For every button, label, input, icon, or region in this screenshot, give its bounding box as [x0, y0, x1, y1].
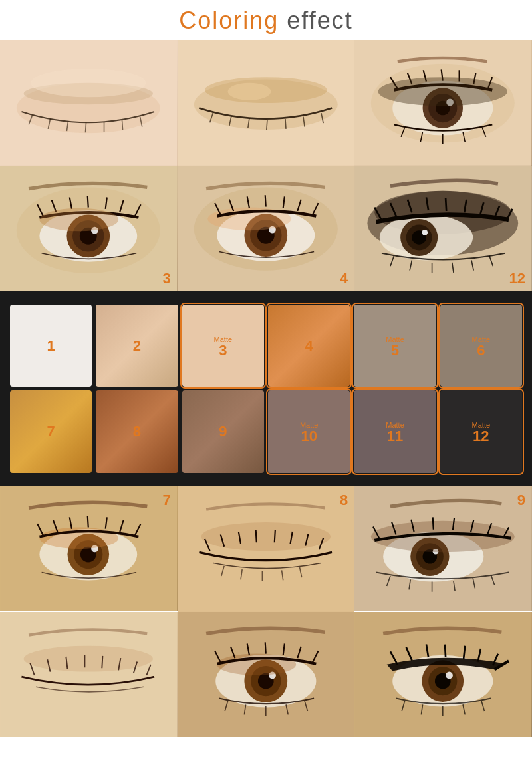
palette-cell-5: Matte 5 — [354, 305, 436, 387]
palette-num-7: 7 — [47, 424, 55, 439]
eye-photo-1 — [0, 40, 178, 166]
palette-section: 1 2 Matte 3 4 Matte 5 Matte 6 7 — [0, 291, 532, 486]
palette-num-1: 1 — [47, 339, 55, 353]
palette-cell-9: 9 — [182, 390, 264, 472]
bottom-photo-10 — [0, 612, 178, 738]
eye-photo-num4: 4 — [178, 166, 355, 291]
palette-cell-6: Matte 6 — [440, 305, 522, 387]
palette-num-12: 12 — [473, 429, 489, 444]
palette-cell-1: 1 — [10, 305, 92, 387]
palette-cell-7: 7 — [10, 390, 92, 472]
bottom-photo-12 — [354, 612, 532, 738]
palette-num-2: 2 — [133, 339, 141, 353]
eye-number-12: 12 — [509, 270, 525, 287]
palette-num-9: 9 — [219, 424, 227, 439]
palette-cell-8: 8 — [96, 390, 178, 472]
palette-cell-10: Matte 10 — [268, 390, 350, 472]
palette-cell-11: Matte 11 — [354, 390, 436, 472]
palette-cell-12: Matte 12 — [440, 390, 522, 472]
bottom-photo-8: 8 — [178, 486, 355, 612]
palette-num-11: 11 — [387, 429, 403, 444]
bottom-photo-11 — [178, 612, 355, 738]
palette-cell-2: 2 — [96, 305, 178, 387]
title-coloring: Coloring — [179, 7, 279, 34]
middle-eye-grid: 3 4 — [0, 166, 532, 291]
svg-point-3 — [31, 69, 146, 97]
palette-cell-3: Matte 3 — [182, 305, 264, 387]
bottom-photo-7: 7 — [0, 486, 178, 612]
svg-point-77 — [446, 671, 453, 679]
bottom-number-9: 9 — [517, 492, 525, 509]
svg-point-15 — [378, 77, 507, 106]
eye-photo-2 — [178, 40, 355, 166]
svg-point-62 — [24, 645, 153, 671]
palette-num-4: 4 — [305, 339, 313, 353]
eye-photo-3a — [354, 40, 532, 166]
bottom-photo-9: 9 — [354, 486, 532, 612]
page-title: Coloring effect — [0, 7, 532, 35]
palette-num-3: 3 — [219, 343, 227, 358]
eye-photo-num12: 12 — [354, 166, 532, 291]
top-eye-grid — [0, 40, 532, 166]
bottom-grid-row1: 7 8 — [0, 486, 532, 612]
palette-cell-4: 4 — [268, 305, 350, 387]
svg-point-7 — [227, 83, 271, 100]
header: Coloring effect — [0, 0, 532, 40]
palette-grid: 1 2 Matte 3 4 Matte 5 Matte 6 7 — [10, 305, 522, 473]
bottom-number-7: 7 — [162, 492, 170, 509]
eye-photo-num3: 3 — [0, 166, 178, 291]
palette-num-10: 10 — [301, 429, 317, 444]
eye-number-4: 4 — [340, 270, 348, 287]
svg-point-40 — [422, 230, 428, 235]
title-effect: effect — [279, 7, 352, 34]
bottom-grid-row2 — [0, 612, 532, 738]
palette-num-6: 6 — [477, 343, 485, 358]
page-wrapper: Coloring effect — [0, 0, 532, 737]
eye-number-3: 3 — [162, 270, 170, 287]
svg-point-23 — [39, 208, 118, 232]
bottom-number-8: 8 — [340, 492, 348, 509]
palette-num-5: 5 — [391, 343, 399, 358]
palette-num-8: 8 — [133, 424, 141, 439]
